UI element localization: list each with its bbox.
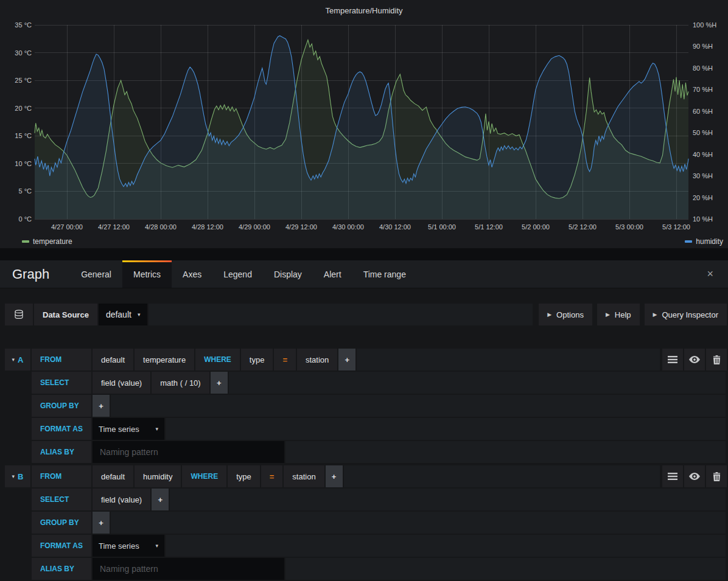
y-right-tick-label: 70 %H [693, 86, 713, 93]
y-right-tick-label: 60 %H [693, 108, 713, 115]
tab-legend[interactable]: Legend [212, 260, 263, 288]
chevron-down-icon: ▾ [138, 311, 141, 318]
select-add-button[interactable]: + [211, 372, 228, 394]
x-tick-label: 5/1 12:00 [475, 223, 503, 231]
tab-general[interactable]: General [70, 260, 122, 288]
help-button[interactable]: ▶Help [597, 304, 640, 325]
from-measurement-segment[interactable]: humidity [135, 465, 181, 487]
where-value-segment[interactable]: station [297, 349, 337, 371]
row-indent [5, 441, 30, 463]
alias-by-input[interactable] [93, 558, 284, 580]
where-operator-segment[interactable]: = [261, 465, 283, 487]
x-tick-label: 5/3 12:00 [662, 223, 690, 231]
datasource-row: Data Source default ▾ ▶Options▶Help▶Quer… [5, 304, 727, 325]
panel-editor-tabstrip: Graph GeneralMetricsAxesLegendDisplayAle… [0, 260, 728, 288]
from-label: FROM [32, 349, 91, 371]
where-key-segment[interactable]: type [228, 465, 260, 487]
query-B-collapse-toggle[interactable]: ▾B [5, 465, 30, 487]
from-policy-segment[interactable]: default [93, 465, 133, 487]
tab-metrics[interactable]: Metrics [122, 260, 172, 288]
tab-alert[interactable]: Alert [313, 260, 352, 288]
from-label: FROM [32, 465, 91, 487]
editor-panel-type: Graph [0, 260, 70, 288]
chart-canvas[interactable]: 0 °C5 °C10 °C15 °C20 °C25 °C30 °C35 °C10… [0, 0, 728, 248]
eye-icon [689, 473, 700, 480]
y-right-tick-label: 90 %H [693, 43, 713, 50]
where-value-segment[interactable]: station [284, 465, 324, 487]
legend-item-humidity[interactable]: humidity [685, 237, 723, 246]
where-add-button[interactable]: + [338, 349, 355, 371]
row-filler [111, 395, 726, 417]
x-tick-label: 4/27 12:00 [98, 223, 130, 231]
datasource-select[interactable]: default ▾ [99, 304, 148, 325]
y-right-tick-label: 100 %H [693, 21, 716, 29]
y-right-tick-label: 30 %H [693, 172, 713, 179]
query-B-format-row: FORMAT ASTime series▾ [5, 535, 727, 557]
query-A-collapse-toggle[interactable]: ▾A [5, 349, 30, 371]
group-by-label: GROUP BY [32, 512, 91, 534]
legend-item-temperature[interactable]: temperature [22, 237, 72, 246]
triangle-right-icon: ▶ [653, 311, 657, 318]
where-label: WHERE [182, 465, 226, 487]
datasource-label: Data Source [34, 304, 97, 325]
datasource-value: default [106, 310, 131, 319]
options-button[interactable]: ▶Options [539, 304, 592, 325]
select-segment-1[interactable]: math ( / 10) [152, 372, 209, 394]
x-tick-label: 4/30 12:00 [379, 223, 411, 231]
row-filler [170, 489, 726, 510]
query-toolbar: ▶Options▶Help▶Query Inspector [534, 304, 727, 325]
from-measurement-segment[interactable]: temperature [135, 349, 194, 371]
group-by-add-button[interactable]: + [93, 395, 110, 417]
x-tick-label: 4/30 00:00 [332, 223, 364, 231]
select-add-button[interactable]: + [152, 489, 169, 510]
y-right-tick-label: 40 %H [693, 151, 713, 158]
select-segment-0[interactable]: field (value) [93, 489, 150, 510]
y-left-tick-label: 0 °C [18, 215, 32, 223]
panel-title[interactable]: Temperature/Humidity [0, 6, 728, 15]
chevron-down-icon: ▾ [155, 426, 158, 432]
tab-time-range[interactable]: Time range [352, 260, 417, 288]
query-toggle-visibility-button[interactable] [684, 349, 705, 371]
query-menu-button[interactable] [662, 349, 683, 371]
alias-by-input[interactable] [93, 441, 284, 463]
x-tick-label: 5/3 00:00 [615, 223, 643, 231]
query-menu-button[interactable] [662, 465, 683, 487]
query-B-groupby-row: GROUP BY+ [5, 512, 727, 534]
query-A-select-row: SELECTfield (value)math ( / 10)+ [5, 372, 727, 394]
query-delete-button[interactable] [706, 465, 727, 487]
row-filler [344, 465, 660, 487]
where-operator-segment[interactable]: = [274, 349, 296, 371]
tab-axes[interactable]: Axes [172, 260, 212, 288]
row-filler [285, 558, 726, 580]
graph-panel: 0 °C5 °C10 °C15 °C20 °C25 °C30 °C35 °C10… [0, 0, 728, 248]
y-right-tick-label: 50 %H [693, 129, 713, 136]
close-icon[interactable]: × [707, 260, 713, 288]
tab-display[interactable]: Display [263, 260, 313, 288]
format-as-label: FORMAT AS [32, 535, 91, 557]
query-inspector-button[interactable]: ▶Query Inspector [645, 304, 727, 325]
x-tick-label: 5/2 00:00 [522, 223, 550, 231]
query-toggle-visibility-button[interactable] [684, 465, 705, 487]
where-add-button[interactable]: + [326, 465, 343, 487]
y-left-tick-label: 5 °C [18, 187, 32, 195]
triangle-right-icon: ▶ [547, 311, 551, 318]
legend-label-temperature: temperature [33, 237, 72, 246]
format-as-select[interactable]: Time series▾ [93, 418, 164, 440]
y-left-tick-label: 35 °C [15, 21, 32, 29]
where-key-segment[interactable]: type [241, 349, 273, 371]
query-ref-letter: B [18, 472, 23, 481]
query-B-from-row: ▾BFROMdefaulthumidityWHEREtype=station+ [5, 465, 727, 487]
query-A: ▾AFROMdefaulttemperatureWHEREtype=statio… [5, 349, 727, 463]
row-filler [285, 441, 726, 463]
format-as-select[interactable]: Time series▾ [93, 535, 164, 557]
group-by-add-button[interactable]: + [93, 512, 110, 534]
row-indent [5, 535, 30, 557]
menu-icon [668, 472, 677, 481]
from-policy-segment[interactable]: default [93, 349, 133, 371]
y-left-tick-label: 30 °C [15, 49, 32, 57]
query-A-alias-row: ALIAS BY [5, 441, 727, 463]
alias-by-label: ALIAS BY [32, 558, 91, 580]
query-delete-button[interactable] [706, 349, 727, 371]
x-tick-label: 4/29 12:00 [285, 223, 317, 231]
select-segment-0[interactable]: field (value) [93, 372, 150, 394]
